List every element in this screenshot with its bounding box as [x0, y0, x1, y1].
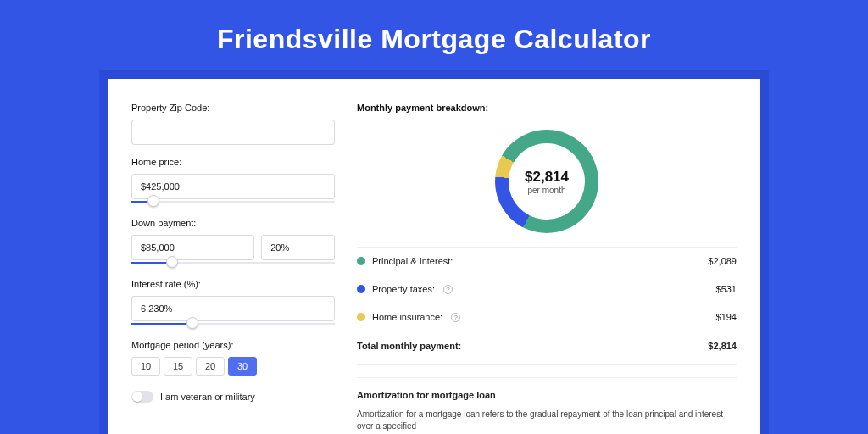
amortization-heading: Amortization for mortgage loan [357, 377, 737, 400]
veteran-toggle[interactable] [131, 391, 153, 403]
home-price-slider[interactable] [131, 198, 335, 206]
yellow-dot-icon [357, 313, 365, 321]
interest-field: Interest rate (%): [131, 279, 335, 328]
zip-field: Property Zip Code: [131, 103, 335, 145]
period-options: 10152030 [131, 357, 335, 376]
breakdown-value: $194 [716, 312, 737, 322]
period-label: Mortgage period (years): [131, 340, 335, 350]
zip-label: Property Zip Code: [131, 103, 335, 113]
period-option-15[interactable]: 15 [164, 357, 192, 376]
blue-dot-icon [357, 285, 365, 293]
interest-input[interactable] [131, 296, 335, 321]
calculator-card-frame: Property Zip Code: Home price: Down paym… [99, 70, 769, 434]
period-option-30[interactable]: 30 [228, 357, 257, 376]
breakdown-row: Property taxes:?$531 [357, 275, 737, 303]
breakdown-value: $2,089 [708, 256, 737, 266]
breakdown-row: Home insurance:?$194 [357, 303, 737, 331]
down-payment-field: Down payment: [131, 218, 335, 267]
zip-input[interactable] [131, 120, 335, 145]
page-title: Friendsville Mortgage Calculator [0, 0, 868, 70]
breakdown-label: Property taxes: [372, 284, 435, 294]
period-option-20[interactable]: 20 [196, 357, 225, 376]
total-row: Total monthly payment: $2,814 [357, 331, 737, 365]
home-price-label: Home price: [131, 157, 335, 167]
down-payment-slider[interactable] [131, 259, 335, 267]
breakdown-label: Home insurance: [372, 312, 442, 322]
donut-chart: $2,814 per month [495, 130, 598, 233]
down-payment-input[interactable] [131, 235, 254, 260]
home-price-field: Home price: [131, 157, 335, 206]
total-value: $2,814 [708, 341, 737, 351]
donut-sub: per month [527, 186, 565, 195]
input-column: Property Zip Code: Home price: Down paym… [131, 103, 335, 434]
breakdown-row: Principal & Interest:$2,089 [357, 248, 737, 275]
amortization-text: Amortization for a mortgage loan refers … [357, 409, 737, 432]
donut-amount: $2,814 [525, 169, 569, 186]
donut-center: $2,814 per month [509, 143, 585, 220]
calculator-card: Property Zip Code: Home price: Down paym… [108, 79, 760, 434]
breakdown-value: $531 [716, 284, 737, 294]
down-payment-label: Down payment: [131, 218, 335, 228]
veteran-label: I am veteran or military [160, 392, 255, 402]
breakdown-heading: Monthly payment breakdown: [357, 103, 737, 113]
help-icon[interactable]: ? [443, 285, 453, 294]
interest-slider-thumb[interactable] [186, 317, 198, 329]
veteran-row: I am veteran or military [131, 391, 335, 403]
period-field: Mortgage period (years): 10152030 [131, 340, 335, 376]
breakdown-column: Monthly payment breakdown: $2,814 per mo… [357, 103, 737, 434]
interest-slider[interactable] [131, 320, 335, 328]
down-payment-pct-input[interactable] [261, 235, 335, 260]
home-price-input[interactable] [131, 174, 335, 199]
home-price-slider-thumb[interactable] [147, 195, 159, 207]
donut-chart-wrap: $2,814 per month [357, 125, 737, 247]
interest-label: Interest rate (%): [131, 279, 335, 289]
help-icon[interactable]: ? [451, 313, 460, 322]
total-label: Total monthly payment: [357, 341, 461, 351]
breakdown-list: Principal & Interest:$2,089Property taxe… [357, 247, 737, 331]
period-option-10[interactable]: 10 [131, 357, 160, 376]
green-dot-icon [357, 257, 365, 265]
interest-slider-fill [131, 323, 192, 325]
breakdown-label: Principal & Interest: [372, 256, 453, 266]
down-payment-slider-thumb[interactable] [166, 256, 178, 268]
